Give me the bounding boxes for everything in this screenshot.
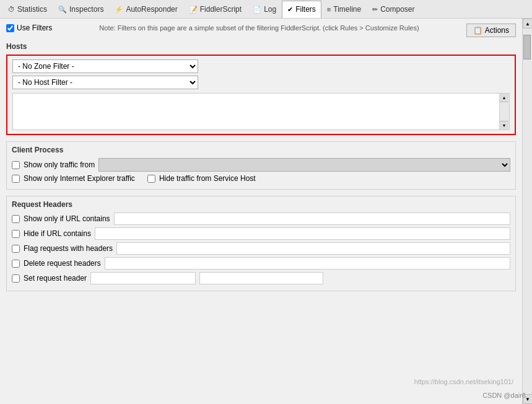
client-process-section: Client Process Show only traffic from Sh… <box>6 141 516 190</box>
hosts-title: Hosts <box>6 42 516 51</box>
tab-composer[interactable]: ✏ Composer <box>367 1 420 18</box>
scrollbar-track[interactable] <box>523 29 532 394</box>
set-request-header-row: Set request header <box>12 272 510 284</box>
hide-service-host-label: Hide traffic from Service Host <box>159 174 256 183</box>
tab-filters[interactable]: ✔ Filters <box>282 1 321 18</box>
scrollbar-up-arrow[interactable]: ▲ <box>523 19 532 29</box>
tab-timeline[interactable]: ≡ Timeline <box>321 1 367 18</box>
set-request-header-label: Set request header <box>24 274 87 283</box>
log-icon: 📄 <box>253 6 261 14</box>
hide-url-contains-input[interactable] <box>95 227 510 240</box>
show-url-contains-row: Show only if URL contains <box>12 213 510 225</box>
flag-requests-checkbox[interactable] <box>12 245 20 253</box>
hosts-textarea-wrapper: ▲ ▼ <box>12 93 510 130</box>
host-filter-row: - No Host Filter - Hide the following Ho… <box>12 76 510 89</box>
set-request-header-value-input[interactable] <box>199 272 323 284</box>
tab-inspectors[interactable]: 🔍 Inspectors <box>53 1 109 18</box>
use-filters-label[interactable]: Use Filters <box>6 24 52 32</box>
hide-url-contains-label: Hide if URL contains <box>24 229 91 238</box>
right-scrollbar: ▲ ▼ <box>522 19 532 404</box>
hosts-dropdowns: - No Zone Filter - Show only Intranet Ho… <box>12 59 510 89</box>
tab-autoresponder[interactable]: ⚡ AutoResponder <box>109 1 183 18</box>
content-scroll-area: Use Filters Note: Filters on this page a… <box>0 19 522 404</box>
hosts-textarea-area: ▲ ▼ <box>12 93 510 130</box>
show-traffic-from-checkbox[interactable] <box>12 161 20 169</box>
ie-service-row: Show only Internet Explorer traffic Hide… <box>12 174 510 185</box>
tab-bar: ⏱ Statistics 🔍 Inspectors ⚡ AutoResponde… <box>0 0 532 19</box>
hosts-inner-box: - No Zone Filter - Show only Intranet Ho… <box>6 55 516 135</box>
scrollbar-thumb[interactable] <box>523 35 531 59</box>
outer-wrapper: Use Filters Note: Filters on this page a… <box>0 19 532 404</box>
show-url-contains-checkbox[interactable] <box>12 215 20 223</box>
zone-filter-row: - No Zone Filter - Show only Intranet Ho… <box>12 59 510 73</box>
textarea-scroll-down[interactable]: ▼ <box>500 121 508 130</box>
request-headers-title: Request Headers <box>12 200 510 209</box>
statistics-icon: ⏱ <box>8 6 15 13</box>
inspectors-icon: 🔍 <box>58 6 67 14</box>
flag-requests-row: Flag requests with headers <box>12 242 510 255</box>
show-url-contains-input[interactable] <box>114 213 510 225</box>
textarea-scroll-track <box>500 102 509 121</box>
client-process-title: Client Process <box>12 146 510 154</box>
autoresponder-icon: ⚡ <box>115 6 123 14</box>
delete-request-headers-row: Delete request headers <box>12 257 510 270</box>
main-window: ⏱ Statistics 🔍 Inspectors ⚡ AutoResponde… <box>0 0 532 404</box>
use-filters-checkbox[interactable] <box>6 24 14 32</box>
hosts-section: Hosts - No Zone Filter - Show only Intra… <box>6 42 516 135</box>
hide-url-contains-checkbox[interactable] <box>12 230 20 238</box>
request-headers-section: Request Headers Show only if URL contain… <box>6 196 516 291</box>
timeline-icon: ≡ <box>327 6 331 13</box>
flag-requests-input[interactable] <box>116 242 510 255</box>
delete-request-headers-input[interactable] <box>105 257 510 270</box>
bottom-spacer <box>6 297 516 322</box>
filters-icon: ✔ <box>287 6 293 14</box>
delete-request-headers-checkbox[interactable] <box>12 260 20 268</box>
tab-fiddlerscript[interactable]: 📝 FiddlerScript <box>183 1 247 18</box>
show-traffic-from-row: Show only traffic from <box>12 158 510 172</box>
textarea-scrollbar: ▲ ▼ <box>500 93 510 130</box>
host-filter-dropdown[interactable]: - No Host Filter - Hide the following Ho… <box>12 76 198 89</box>
set-request-header-checkbox[interactable] <box>12 274 20 283</box>
zone-filter-dropdown[interactable]: - No Zone Filter - Show only Intranet Ho… <box>12 59 198 73</box>
actions-button[interactable]: 📋 Actions <box>466 24 516 37</box>
hide-url-contains-row: Hide if URL contains <box>12 227 510 240</box>
show-ie-label: Show only Internet Explorer traffic <box>24 174 135 183</box>
actions-icon: 📋 <box>473 26 482 35</box>
tab-log[interactable]: 📄 Log <box>247 1 282 18</box>
credit-text: CSDN @dair6 <box>482 392 526 399</box>
show-ie-checkbox[interactable] <box>12 175 20 183</box>
tab-statistics[interactable]: ⏱ Statistics <box>2 1 53 18</box>
fiddlerscript-icon: 📝 <box>189 6 198 14</box>
show-url-contains-label: Show only if URL contains <box>24 214 110 223</box>
hosts-textarea[interactable] <box>12 93 500 130</box>
process-dropdown[interactable] <box>98 158 510 172</box>
hide-service-host-row: Hide traffic from Service Host <box>147 174 256 183</box>
show-traffic-from-label: Show only traffic from <box>24 160 95 169</box>
use-filters-row: Use Filters Note: Filters on this page a… <box>6 24 516 37</box>
composer-icon: ✏ <box>372 6 378 14</box>
show-ie-row: Show only Internet Explorer traffic <box>12 174 135 183</box>
set-request-header-name-input[interactable] <box>90 272 196 284</box>
flag-requests-label: Flag requests with headers <box>24 244 113 253</box>
delete-request-headers-label: Delete request headers <box>24 259 101 268</box>
hide-service-host-checkbox[interactable] <box>147 175 155 183</box>
textarea-scroll-up[interactable]: ▲ <box>500 94 508 102</box>
filters-note: Note: Filters on this page are a simple … <box>59 24 458 33</box>
